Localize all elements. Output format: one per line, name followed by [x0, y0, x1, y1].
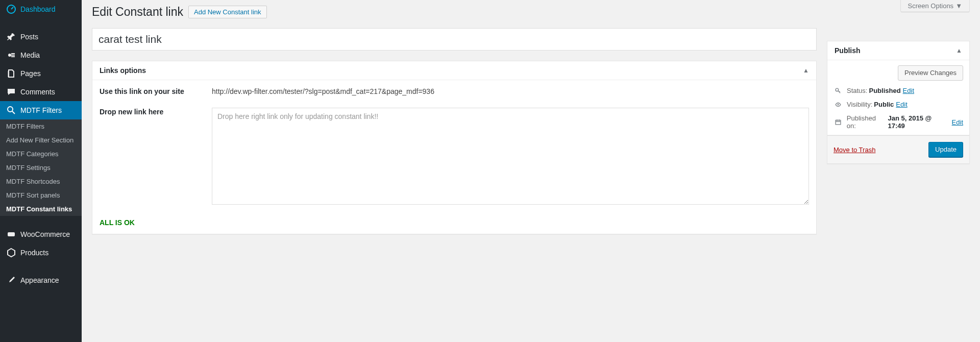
- sidebar-item-posts[interactable]: Posts: [0, 28, 82, 46]
- screen-options-label: Screen Options: [908, 2, 954, 10]
- submenu-item-sort-panels[interactable]: MDTF Sort panels: [0, 188, 82, 202]
- svg-point-2: [8, 107, 13, 112]
- submenu-item-categories[interactable]: MDTF Categories: [0, 147, 82, 161]
- comments-icon: [6, 87, 16, 97]
- edit-visibility-link[interactable]: Edit: [896, 101, 907, 108]
- sidebar-item-dashboard[interactable]: Dashboard: [0, 0, 82, 18]
- links-options-box: Links options ▲ Use this link on your si…: [92, 61, 817, 234]
- preview-changes-button[interactable]: Preview Changes: [898, 65, 963, 81]
- calendar-icon: [834, 118, 843, 126]
- drop-link-label: Drop new link here: [100, 108, 212, 116]
- screen-options-wrap: Screen Options ▼: [900, 0, 970, 12]
- submenu-item-mdtf-filters[interactable]: MDTF Filters: [0, 119, 82, 133]
- search-icon: [6, 105, 16, 115]
- use-link-label: Use this link on your site: [100, 87, 212, 95]
- sidebar-item-label: Appearance: [20, 276, 59, 284]
- update-button[interactable]: Update: [928, 142, 963, 157]
- chevron-up-icon[interactable]: ▲: [956, 47, 962, 54]
- move-to-trash-link[interactable]: Move to Trash: [834, 146, 875, 154]
- sidebar-item-label: MDTF Filters: [20, 106, 62, 114]
- svg-rect-3: [8, 232, 15, 236]
- publish-header[interactable]: Publish ▲: [827, 41, 969, 60]
- published-on-label: Published on:: [847, 114, 887, 130]
- links-options-header[interactable]: Links options ▲: [92, 61, 816, 80]
- sidebar-item-mdtf-filters[interactable]: MDTF Filters: [0, 101, 82, 119]
- woo-icon: [6, 229, 16, 239]
- sidebar-column: Publish ▲ Preview Changes Status: Publis…: [827, 31, 970, 342]
- admin-sidebar: Dashboard Posts Media Pages Comments MDT…: [0, 0, 82, 342]
- sidebar-item-label: Media: [20, 51, 40, 59]
- pin-icon: [6, 32, 16, 42]
- post-title-input[interactable]: [92, 28, 817, 51]
- key-icon: [834, 87, 843, 94]
- submenu-item-settings[interactable]: MDTF Settings: [0, 161, 82, 175]
- page-header: Edit Constant link Add New Constant link: [92, 5, 817, 19]
- submenu-item-add-new-filter[interactable]: Add New Filter Section: [0, 133, 82, 147]
- add-new-button[interactable]: Add New Constant link: [188, 6, 267, 18]
- screen-options-toggle[interactable]: Screen Options ▼: [900, 0, 970, 12]
- links-options-heading: Links options: [100, 66, 146, 75]
- media-icon: [6, 50, 16, 60]
- dashboard-icon: [6, 4, 16, 14]
- sidebar-item-appearance[interactable]: Appearance: [0, 271, 82, 289]
- pages-icon: [6, 68, 16, 79]
- svg-rect-6: [836, 120, 841, 125]
- content-column: Edit Constant link Add New Constant link…: [92, 0, 827, 342]
- drop-link-textarea[interactable]: [212, 108, 809, 205]
- sidebar-item-pages[interactable]: Pages: [0, 64, 82, 83]
- status-text: ALL IS OK: [100, 218, 809, 227]
- sidebar-item-label: WooCommerce: [20, 230, 70, 238]
- visibility-label: Visibility:: [847, 101, 872, 108]
- brush-icon: [6, 275, 16, 285]
- chevron-up-icon[interactable]: ▲: [803, 67, 809, 74]
- sidebar-item-label: Pages: [20, 69, 41, 78]
- sidebar-submenu: MDTF Filters Add New Filter Section MDTF…: [0, 119, 82, 216]
- svg-point-1: [8, 54, 11, 57]
- status-value: Published: [869, 87, 900, 94]
- sidebar-item-label: Posts: [20, 33, 38, 41]
- submenu-item-shortcodes[interactable]: MDTF Shortcodes: [0, 175, 82, 188]
- published-on-value: Jan 5, 2015 @ 17:49: [888, 114, 950, 130]
- eye-icon: [834, 101, 843, 108]
- svg-point-4: [836, 88, 839, 91]
- edit-date-link[interactable]: Edit: [952, 118, 963, 126]
- products-icon: [6, 248, 16, 258]
- main-content: Screen Options ▼ Edit Constant link Add …: [82, 0, 980, 342]
- status-label: Status:: [847, 87, 867, 94]
- page-title: Edit Constant link: [92, 5, 183, 19]
- submenu-item-constant-links[interactable]: MDTF Constant links: [0, 202, 82, 216]
- sidebar-item-label: Dashboard: [20, 5, 56, 13]
- edit-status-link[interactable]: Edit: [903, 87, 914, 94]
- sidebar-item-label: Products: [20, 249, 48, 257]
- publish-box: Publish ▲ Preview Changes Status: Publis…: [827, 41, 970, 164]
- sidebar-item-label: Comments: [20, 88, 55, 96]
- sidebar-item-woocommerce[interactable]: WooCommerce: [0, 225, 82, 243]
- sidebar-item-products[interactable]: Products: [0, 243, 82, 262]
- publish-heading: Publish: [835, 46, 861, 55]
- use-link-value: http://dev.wp-filter.com/tester/?slg=pos…: [212, 87, 809, 95]
- chevron-down-icon: ▼: [955, 2, 962, 10]
- sidebar-item-comments[interactable]: Comments: [0, 83, 82, 101]
- svg-point-5: [838, 104, 839, 105]
- sidebar-item-media[interactable]: Media: [0, 46, 82, 64]
- visibility-value: Public: [874, 101, 894, 108]
